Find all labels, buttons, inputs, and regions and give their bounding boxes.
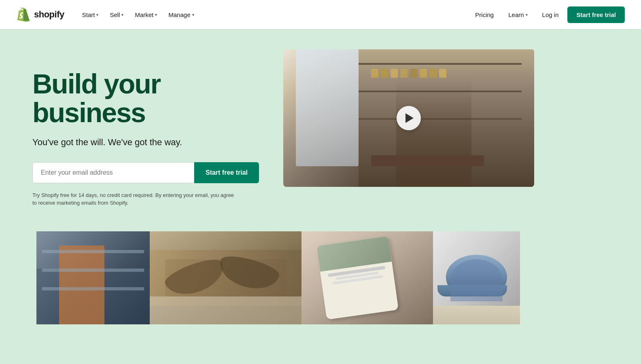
video-play-button[interactable] bbox=[397, 106, 421, 130]
nav-right-items: Pricing Learn ▾ Log in Start free trial bbox=[469, 6, 625, 23]
hero-section: Build your business You've got the will.… bbox=[0, 29, 641, 231]
bottom-image-mobile bbox=[301, 231, 433, 324]
nav-item-manage[interactable]: Manage ▾ bbox=[163, 8, 199, 21]
logo-text: shopify bbox=[34, 9, 64, 20]
chevron-down-icon: ▾ bbox=[155, 13, 157, 17]
bottom-image-strip bbox=[0, 231, 641, 324]
bottom-image-hat bbox=[433, 231, 520, 324]
hero-title: Build your business bbox=[32, 70, 259, 127]
nav-start-trial-button[interactable]: Start free trial bbox=[567, 6, 625, 23]
hero-left-content: Build your business You've got the will.… bbox=[32, 53, 259, 207]
nav-item-market[interactable]: Market ▾ bbox=[130, 8, 162, 21]
bottom-image-crafts bbox=[150, 231, 301, 324]
shopify-logo-icon bbox=[16, 7, 31, 22]
chevron-down-icon: ▾ bbox=[192, 13, 194, 17]
bottom-image-warehouse bbox=[36, 231, 150, 324]
navbar: shopify Start ▾ Sell ▾ Market ▾ Manage ▾… bbox=[0, 0, 641, 29]
hero-right-image bbox=[283, 49, 609, 187]
logo-link[interactable]: shopify bbox=[16, 7, 64, 22]
nav-pricing-link[interactable]: Pricing bbox=[469, 8, 499, 21]
chevron-down-icon: ▾ bbox=[121, 13, 123, 17]
nav-item-sell[interactable]: Sell ▾ bbox=[105, 8, 128, 21]
email-input[interactable] bbox=[32, 162, 194, 183]
nav-learn-link[interactable]: Learn ▾ bbox=[503, 8, 533, 21]
hero-signup-form: Start free trial bbox=[32, 162, 259, 183]
play-icon bbox=[405, 113, 414, 123]
nav-login-link[interactable]: Log in bbox=[537, 8, 565, 21]
hero-start-trial-button[interactable]: Start free trial bbox=[194, 162, 259, 183]
hero-disclaimer-text: Try Shopify free for 14 days, no credit … bbox=[32, 191, 235, 207]
chevron-down-icon: ▾ bbox=[526, 13, 528, 17]
nav-item-start[interactable]: Start ▾ bbox=[77, 8, 104, 21]
hero-subtitle: You've got the will. We've got the way. bbox=[32, 137, 259, 148]
nav-left-items: Start ▾ Sell ▾ Market ▾ Manage ▾ bbox=[77, 8, 470, 21]
chevron-down-icon: ▾ bbox=[96, 13, 98, 17]
hero-video-thumbnail bbox=[283, 49, 534, 187]
